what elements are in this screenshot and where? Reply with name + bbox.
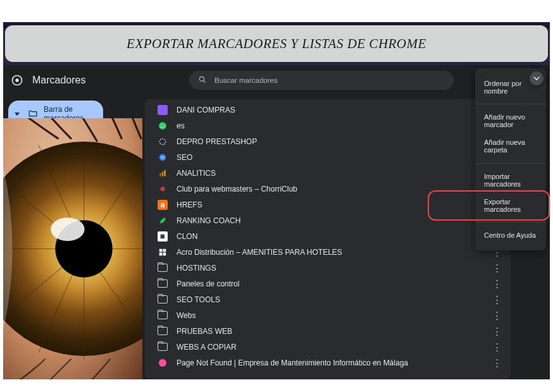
bookmark-label: DANI COMPRAS <box>177 106 503 114</box>
svg-rect-27 <box>159 252 163 255</box>
bookmark-link-row[interactable]: DANI COMPRAS <box>145 102 511 118</box>
chevron-down-icon <box>15 113 20 116</box>
bookmark-label: ANALITICS <box>177 169 503 178</box>
row-more-icon[interactable]: ⋮ <box>490 293 503 306</box>
svg-rect-22 <box>159 173 161 176</box>
svg-rect-25 <box>159 248 163 252</box>
row-more-icon[interactable]: ⋮ <box>490 262 503 274</box>
svg-point-1 <box>15 78 18 82</box>
folder-icon <box>28 109 37 119</box>
bookmark-label: HOSTINGS <box>177 264 482 273</box>
bookmark-link-row[interactable]: Acro Distribución – AMENITIES PARA HOTEL… <box>145 244 511 260</box>
row-more-icon[interactable]: ⋮ <box>490 357 503 369</box>
dot-icon <box>158 358 168 368</box>
menu-separator <box>475 222 546 223</box>
bookmark-link-row[interactable]: aHREFS⋮ <box>145 197 511 212</box>
bookmark-label: WEBS A COPIAR <box>177 343 482 352</box>
wordpress-icon: W <box>158 152 168 162</box>
row-more-icon[interactable]: ⋮ <box>490 309 503 322</box>
folder-icon <box>158 343 168 351</box>
sidebar: Barra de marcadores <box>3 95 142 379</box>
bookmarks-list: DANI COMPRASesDEPRO PRESTASHOPWSEOANALIT… <box>145 99 511 379</box>
bookmark-label: es <box>177 121 503 130</box>
bookmark-folder-row[interactable]: SEO TOOLS⋮ <box>145 291 511 307</box>
bookmark-link-row[interactable]: ANALITICS <box>145 165 511 181</box>
svg-point-18 <box>159 122 166 130</box>
bookmark-folder-row[interactable]: Webs⋮ <box>145 307 511 323</box>
bookmark-label: Paneles de control <box>177 279 482 288</box>
search-input[interactable] <box>213 76 445 85</box>
svg-text:W: W <box>161 155 165 159</box>
bookmark-label: Page Not Found | Empresa de Mantenimient… <box>177 358 482 367</box>
page-title: Marcadores <box>32 75 85 86</box>
bookmark-folder-row[interactable]: HOSTINGS⋮ <box>145 260 511 276</box>
svg-line-3 <box>204 80 206 82</box>
bookmark-label: SEO TOOLS <box>177 295 482 304</box>
overlay-title-text: EXPORTAR MARCADORES Y LISTAS DE CHROME <box>127 36 426 52</box>
bookmark-link-row[interactable]: WSEO <box>145 149 511 165</box>
menu-item[interactable]: Añadir nueva carpeta <box>475 133 546 159</box>
menu-item[interactable]: Centro de Ayuda <box>475 226 546 244</box>
grid-icon <box>158 247 168 257</box>
svg-rect-28 <box>163 252 166 255</box>
svg-point-17 <box>51 217 84 241</box>
bookmarks-app: Marcadores Barra de marcadores <box>3 65 550 379</box>
bookmark-label: SEO <box>177 153 503 162</box>
bookmark-label: PRUEBAS WEB <box>177 327 482 336</box>
search-container[interactable] <box>189 71 454 90</box>
row-more-icon[interactable]: ⋮ <box>490 341 503 353</box>
bookmark-folder-row[interactable]: PRUEBAS WEB⋮ <box>145 323 511 339</box>
app-icon <box>158 105 168 115</box>
leaf-icon <box>158 216 168 226</box>
menu-separator <box>475 104 546 104</box>
search-icon <box>198 75 207 86</box>
bookmark-link-row[interactable]: Page Not Found | Empresa de Mantenimient… <box>145 355 511 371</box>
screenshot-frame: EXPORTAR MARCADORES Y LISTAS DE CHROME M… <box>3 22 550 379</box>
folder-icon <box>158 295 168 303</box>
menu-item[interactable]: Añadir nuevo marcador <box>475 108 546 133</box>
row-more-icon[interactable]: ⋮ <box>490 278 503 290</box>
row-more-icon[interactable]: ⋮ <box>490 325 503 338</box>
analytics-icon <box>158 168 168 178</box>
menu-item[interactable]: Importar marcadores <box>475 168 546 193</box>
bookmark-link-row[interactable]: ⊗Club para webmasters – ChorriClub⋮ <box>145 181 511 197</box>
overlay-title-banner: EXPORTAR MARCADORES Y LISTAS DE CHROME <box>5 25 548 62</box>
bookmark-folder-row[interactable]: WEBS A COPIAR⋮ <box>145 339 511 355</box>
folder-icon <box>158 264 168 272</box>
site-icon: ⊗ <box>158 184 168 194</box>
svg-point-19 <box>159 138 165 144</box>
bookmark-label: DEPRO PRESTASHOP <box>177 137 503 146</box>
bookmark-link-row[interactable]: RANKING COACH⋮ <box>145 212 511 228</box>
bookmark-label: Club para webmasters – ChorriClub <box>177 185 482 193</box>
svg-rect-24 <box>164 170 165 176</box>
context-menu: Ordenar por nombreAñadir nuevo marcadorA… <box>475 68 546 250</box>
menu-item[interactable]: Exportar marcadores <box>475 193 546 218</box>
bookmark-label: RANKING COACH <box>177 216 482 225</box>
ahrefs-icon: a <box>158 200 168 210</box>
bookmark-label: CLON <box>177 232 482 241</box>
svg-rect-26 <box>163 248 166 252</box>
bookmark-label: HREFS <box>177 200 482 209</box>
overflow-caret-icon[interactable] <box>530 71 544 85</box>
folder-icon <box>158 279 168 288</box>
bookmark-link-row[interactable]: DEPRO PRESTASHOP <box>145 133 511 149</box>
bookmark-label: Webs <box>177 311 482 320</box>
svg-point-2 <box>199 77 204 81</box>
svg-point-29 <box>159 359 166 367</box>
bookmark-link-row[interactable]: es <box>145 118 511 133</box>
menu-separator <box>475 163 546 164</box>
whatsapp-icon <box>158 121 168 131</box>
folder-icon <box>158 327 168 335</box>
app-header: Marcadores <box>3 65 550 95</box>
background-eye-image <box>3 118 142 379</box>
folder-icon <box>158 311 168 319</box>
bookmark-link-row[interactable]: ▦CLON⋮ <box>145 228 511 244</box>
sheet-icon: ▦ <box>158 231 168 242</box>
chrome-logo-icon <box>11 74 23 87</box>
bookmark-folder-row[interactable]: Paneles de control⋮ <box>145 276 511 291</box>
bookmark-label: Acro Distribución – AMENITIES PARA HOTEL… <box>177 248 482 257</box>
ring-icon <box>158 137 168 147</box>
svg-rect-23 <box>162 171 163 176</box>
